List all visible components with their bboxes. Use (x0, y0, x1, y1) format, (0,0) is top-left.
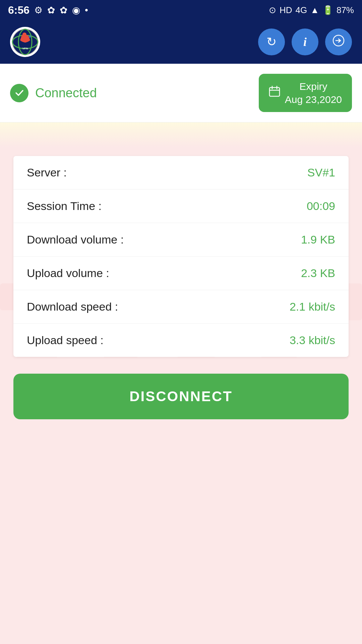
status-time: 6:56 (8, 4, 29, 16)
table-row: Server :SV#1 (13, 156, 349, 190)
camera-icon-2: ✿ (47, 5, 55, 16)
status-bar: 6:56 ⚙ ✿ ✿ ◉ • ⊙ HD 4G ▲ 🔋 87% (0, 0, 362, 20)
svg-rect-7 (269, 88, 280, 96)
calendar-icon (269, 86, 280, 101)
stat-label: Download volume : (27, 233, 124, 246)
svg-text:VPN: VPN (22, 47, 28, 50)
table-row: Upload speed :3.3 kbit/s (13, 324, 349, 357)
stat-value: 2.1 kbit/s (290, 300, 335, 313)
table-row: Session Time :00:09 (13, 190, 349, 223)
battery-icon: 🔋 (322, 5, 333, 15)
disconnect-button[interactable]: DISCONNECT (13, 374, 349, 419)
check-icon (10, 84, 28, 102)
app-logo: VPN (10, 27, 40, 57)
logout-icon (333, 35, 345, 50)
table-row: Upload volume :2.3 KB (13, 257, 349, 290)
logout-button[interactable] (325, 29, 352, 55)
info-button[interactable]: i (292, 29, 318, 55)
battery-level: 87% (337, 5, 354, 15)
table-row: Download volume :1.9 KB (13, 223, 349, 257)
stat-value: 2.3 KB (301, 267, 335, 280)
app-bar-actions: ↻ i (258, 29, 352, 55)
stat-value: SV#1 (307, 166, 335, 179)
svg-point-3 (22, 33, 26, 37)
table-row: Download speed :2.1 kbit/s (13, 290, 349, 324)
stat-value: 00:09 (307, 200, 335, 213)
stat-label: Server : (27, 166, 67, 179)
stat-label: Upload speed : (27, 334, 104, 347)
camera-icon-1: ⚙ (34, 5, 43, 16)
wifi-icon: ⊙ (269, 5, 276, 15)
connected-label: Connected (35, 86, 97, 100)
pocket-icon: ◉ (72, 5, 80, 16)
signal-icon: ▲ (310, 5, 319, 15)
stat-label: Session Time : (27, 200, 102, 213)
connected-section: Connected Expiry Aug 23,2020 (0, 64, 362, 122)
stat-value: 1.9 KB (301, 233, 335, 246)
refresh-icon: ↻ (266, 35, 277, 49)
hd-icon: HD (280, 5, 292, 15)
expiry-label: Expiry (285, 80, 342, 93)
expiry-button[interactable]: Expiry Aug 23,2020 (259, 74, 352, 112)
refresh-button[interactable]: ↻ (258, 29, 285, 55)
camera-icon-3: ✿ (60, 5, 67, 16)
dot-icon: • (85, 5, 88, 15)
stats-table: Server :SV#1Session Time :00:09Download … (13, 156, 349, 357)
connection-status: Connected (10, 84, 97, 102)
app-bar: VPN ↻ i (0, 20, 362, 64)
stat-label: Download speed : (27, 300, 118, 313)
expiry-date: Aug 23,2020 (285, 93, 342, 106)
main-content: R Server :SV#1Session Time :00:09Downloa… (0, 122, 362, 433)
stat-value: 3.3 kbit/s (290, 334, 335, 347)
info-icon: i (303, 35, 307, 49)
stat-label: Upload volume : (27, 267, 109, 280)
network-icon: 4G (296, 5, 307, 15)
